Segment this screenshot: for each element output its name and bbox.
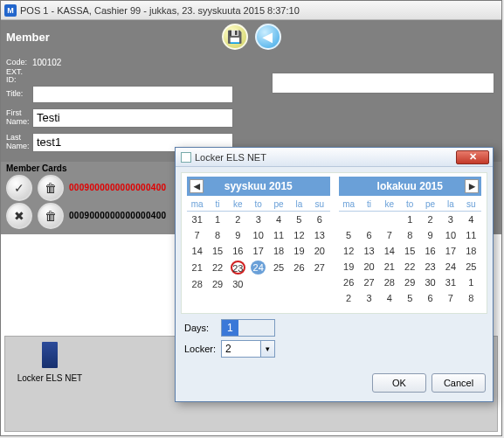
next-month-button[interactable]: ▶	[465, 179, 479, 193]
calendar-day[interactable]: 14	[379, 243, 399, 259]
calendar-day[interactable]: 7	[187, 227, 207, 243]
calendar-day[interactable]: 18	[461, 243, 481, 259]
calendar-day[interactable]: 4	[379, 290, 399, 306]
calendar-day[interactable]: 25	[268, 259, 288, 276]
calendar-day[interactable]: 2	[228, 212, 248, 227]
calendar-day[interactable]: 30	[420, 275, 440, 290]
calendar-day[interactable]: 7	[440, 290, 460, 306]
calendar-day[interactable]: 8	[207, 227, 227, 243]
calendar-day[interactable]: 31	[440, 275, 460, 290]
calendar-day[interactable]: 28	[379, 275, 399, 290]
calendar-day[interactable]: 5	[339, 227, 359, 243]
calendar-day[interactable]: 17	[440, 243, 460, 259]
calendar-day[interactable]: 16	[228, 243, 248, 259]
calendar-day[interactable]: 11	[268, 227, 288, 243]
calendar-day	[359, 212, 379, 227]
right-panel-field[interactable]	[272, 73, 494, 94]
back-button[interactable]: ◀	[255, 24, 281, 50]
calendar-day[interactable]: 9	[228, 227, 248, 243]
code-value: 100102	[32, 58, 61, 67]
delete-card-button[interactable]: 🗑	[38, 175, 64, 201]
locker-select[interactable]: 2 ▾	[221, 340, 275, 358]
firstname-field[interactable]	[32, 108, 233, 128]
calendar-day[interactable]: 1	[400, 212, 420, 227]
accept-card-button[interactable]: ✓	[6, 175, 32, 201]
calendar-day[interactable]: 21	[379, 259, 399, 275]
calendar-day[interactable]: 6	[359, 227, 379, 243]
calendar-day[interactable]: 24	[440, 259, 460, 275]
trash-icon: 🗑	[45, 181, 57, 195]
calendar-day[interactable]: 19	[289, 243, 309, 259]
calendar-day[interactable]: 26	[339, 275, 359, 290]
calendar-day[interactable]: 3	[359, 290, 379, 306]
calendar-day[interactable]: 16	[420, 243, 440, 259]
calendar-day[interactable]: 12	[289, 227, 309, 243]
calendar-day[interactable]: 15	[400, 243, 420, 259]
calendar-day[interactable]: 8	[400, 227, 420, 243]
calendar-day[interactable]: 1	[461, 275, 481, 290]
calendar-day[interactable]: 2	[339, 290, 359, 306]
calendar-day[interactable]: 3	[248, 212, 268, 227]
calendar-day[interactable]: 3	[440, 212, 460, 227]
calendar-day[interactable]: 13	[359, 243, 379, 259]
calendar-day[interactable]: 27	[309, 259, 329, 276]
calendar-container: ◀ syyskuu 2015 matiketopelasu 3112345678…	[181, 172, 487, 314]
calendar-day[interactable]: 12	[339, 243, 359, 259]
calendar-day[interactable]: 22	[207, 259, 227, 276]
calendar-day[interactable]: 1	[207, 212, 227, 227]
calendar-day[interactable]: 24	[248, 259, 268, 276]
calendar-day[interactable]: 27	[359, 275, 379, 290]
calendar-day[interactable]: 29	[400, 275, 420, 290]
calendar-day[interactable]: 13	[309, 227, 329, 243]
calendar-right: lokakuu 2015 ▶ matiketopelasu 1234567891…	[339, 177, 482, 306]
calendar-day[interactable]: 6	[420, 290, 440, 306]
calendar-day[interactable]: 19	[339, 259, 359, 275]
title-field[interactable]	[32, 86, 233, 103]
prev-month-button[interactable]: ◀	[190, 179, 204, 193]
calendar-day[interactable]: 28	[187, 276, 207, 292]
calendar-day[interactable]: 26	[289, 259, 309, 276]
calendar-day[interactable]: 5	[289, 212, 309, 227]
calendar-day[interactable]: 14	[187, 243, 207, 259]
calendar-day[interactable]: 10	[248, 227, 268, 243]
calendar-day[interactable]: 20	[359, 259, 379, 275]
calendar-day[interactable]: 23	[228, 259, 248, 276]
ok-button[interactable]: OK	[372, 373, 426, 393]
calendar-day[interactable]: 17	[248, 243, 268, 259]
calendar-day[interactable]: 8	[461, 290, 481, 306]
calendar-day[interactable]: 21	[187, 259, 207, 276]
calendar-day[interactable]: 11	[461, 227, 481, 243]
code-label: Code:	[6, 59, 32, 66]
cancel-button[interactable]: Cancel	[432, 373, 486, 393]
calendar-day[interactable]: 7	[379, 227, 399, 243]
calendar-day[interactable]: 9	[420, 227, 440, 243]
days-value: 1	[222, 320, 238, 336]
calendar-day[interactable]: 22	[400, 259, 420, 275]
locker-els-net-item[interactable]: Locker ELS NET	[10, 342, 89, 383]
calendar-day	[379, 212, 399, 227]
days-input[interactable]: 1	[221, 319, 275, 337]
dialog-body: Days: 1 Locker: 2 ▾	[176, 319, 493, 368]
calendar-day[interactable]: 30	[228, 276, 248, 292]
calendar-day[interactable]: 23	[420, 259, 440, 275]
save-button[interactable]: 💾	[222, 24, 248, 50]
member-form: Code: 100102 EXT. ID: Title: First Name:…	[1, 53, 501, 162]
calendar-day[interactable]: 20	[309, 243, 329, 259]
calendar-day[interactable]: 15	[207, 243, 227, 259]
back-icon: ◀	[263, 30, 273, 44]
calendar-day[interactable]: 4	[268, 212, 288, 227]
calendar-dow: ma	[187, 198, 207, 212]
calendar-day[interactable]: 29	[207, 276, 227, 292]
delete-card-button[interactable]: 🗑	[38, 203, 64, 229]
calendar-day[interactable]: 18	[268, 243, 288, 259]
dialog-close-button[interactable]: ✕	[456, 150, 489, 164]
calendar-day[interactable]: 2	[420, 212, 440, 227]
calendar-day[interactable]: 31	[187, 212, 207, 227]
dialog-button-row: OK Cancel	[176, 368, 493, 401]
reject-card-button[interactable]: ✖	[6, 203, 32, 229]
calendar-day[interactable]: 6	[309, 212, 329, 227]
calendar-day[interactable]: 10	[440, 227, 460, 243]
calendar-day[interactable]: 25	[461, 259, 481, 275]
calendar-day[interactable]: 5	[400, 290, 420, 306]
calendar-day[interactable]: 4	[461, 212, 481, 227]
